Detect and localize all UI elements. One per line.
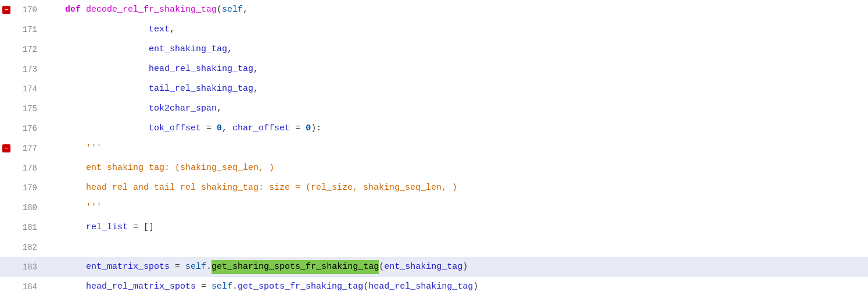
token-indent — [44, 83, 149, 96]
token-plain: . — [206, 261, 211, 274]
line-number: 175 — [23, 104, 37, 113]
line-number: 170 — [23, 5, 37, 15]
line-number: 176 — [23, 124, 37, 133]
code-content: ent_shaking_tag, — [42, 40, 868, 59]
token-number: 0 — [217, 122, 222, 136]
token-param: text — [149, 23, 170, 37]
token-comma: , — [253, 83, 259, 96]
token-plain: , — [222, 122, 232, 136]
code-line: 176 tok_offset = 0, char_offset = 0): — [0, 119, 868, 138]
line-number: 171 — [23, 25, 37, 34]
token-comma: , — [227, 43, 232, 56]
line-number: 178 — [23, 164, 37, 173]
token-paren: ): — [311, 122, 321, 136]
code-line: 185 tail_rel_matrix_spots = self.get_spo… — [0, 297, 868, 302]
token-paren: ( — [379, 261, 384, 274]
code-line: −170 def decode_rel_fr_shaking_tag(self, — [0, 0, 868, 20]
code-line: 174 tail_rel_shaking_tag, — [0, 79, 868, 99]
code-line: 181 rel_list = [] — [0, 218, 868, 237]
token-comma: , — [217, 102, 222, 116]
token-string: ''' — [86, 201, 102, 215]
token-indent — [44, 182, 86, 195]
breakpoint-icon[interactable]: − — [2, 144, 10, 152]
token-indent — [44, 142, 86, 155]
token-fn-name: decode_rel_fr_shaking_tag — [86, 3, 217, 17]
line-number-area: 183 — [0, 257, 42, 277]
code-content: tail_rel_shaking_tag, — [42, 79, 868, 99]
line-number: 181 — [23, 223, 37, 232]
line-number-area: 176 — [0, 119, 42, 138]
token-param: ent_shaking_tag — [149, 43, 227, 56]
code-line: 175 tok2char_span, — [0, 99, 868, 119]
token-indent — [44, 201, 86, 215]
line-number: 177 — [23, 144, 37, 153]
token-indent — [44, 162, 86, 175]
token-indent — [44, 221, 86, 235]
token-param: ent_shaking_tag — [384, 261, 462, 274]
line-number-area: 182 — [0, 237, 42, 257]
line-number-area: 173 — [0, 59, 42, 79]
code-content — [42, 237, 868, 257]
token-indent — [44, 261, 86, 274]
line-number: 184 — [23, 282, 37, 292]
code-content: ''' — [42, 138, 868, 158]
code-content: head_rel_shaking_tag, — [42, 59, 868, 79]
token-plain: = — [201, 122, 217, 136]
line-number-area: −177 — [0, 138, 42, 158]
token-param: head_rel_matrix_spots — [86, 280, 196, 294]
token-kw-def: def — [65, 3, 86, 17]
token-param: char_offset — [232, 122, 290, 136]
line-number-area: 172 — [0, 40, 42, 59]
line-number: 174 — [23, 84, 37, 94]
token-plain: = — [128, 221, 144, 235]
token-comma: , — [253, 63, 259, 76]
code-content: head_rel_matrix_spots = self.get_spots_f… — [42, 277, 868, 297]
code-line: 183 ent_matrix_spots = self.get_sharing_… — [0, 257, 868, 277]
code-content: rel_list = [] — [42, 218, 868, 237]
token-method-name: get_spots_fr_shaking_tag — [238, 280, 363, 294]
line-number: 182 — [23, 243, 37, 252]
code-content: tail_rel_matrix_spots = self.get_spots_f… — [42, 297, 868, 302]
token-plain: = — [290, 122, 306, 136]
line-number: 180 — [23, 203, 37, 212]
token-comma: , — [243, 3, 248, 17]
code-line: 172 ent_shaking_tag, — [0, 40, 868, 59]
token-bracket: [] — [144, 221, 154, 235]
token-param: tail_rel_shaking_tag — [149, 83, 253, 96]
token-plain: . — [232, 280, 238, 294]
code-line: 171 text, — [0, 20, 868, 40]
code-editor: −170 def decode_rel_fr_shaking_tag(self,… — [0, 0, 868, 302]
code-line: 173 head_rel_shaking_tag, — [0, 59, 868, 79]
token-paren: ( — [217, 3, 222, 17]
code-content: text, — [42, 20, 868, 40]
token-param: ent_matrix_spots — [86, 261, 170, 274]
code-content: def decode_rel_fr_shaking_tag(self, — [42, 0, 868, 20]
line-number-area: 185 — [0, 297, 42, 302]
token-indent — [44, 43, 149, 56]
highlighted-method: get_sharing_spots_fr_shaking_tag — [211, 260, 379, 275]
line-number-area: 180 — [0, 198, 42, 218]
line-number-area: 178 — [0, 158, 42, 178]
token-number: 0 — [306, 122, 311, 136]
token-param: head_rel_shaking_tag — [368, 280, 473, 294]
code-content: head rel and tail rel shaking_tag: size … — [42, 178, 868, 198]
code-line: 178 ent shaking tag: (shaking_seq_len, ) — [0, 158, 868, 178]
code-line: 182 — [0, 237, 868, 257]
token-param: head_rel_shaking_tag — [149, 63, 253, 76]
line-number-area: 171 — [0, 20, 42, 40]
code-content: tok_offset = 0, char_offset = 0): — [42, 119, 868, 138]
token-paren: ( — [363, 280, 368, 294]
breakpoint-icon[interactable]: − — [2, 6, 10, 14]
token-indent — [44, 122, 149, 136]
token-plain: = — [196, 280, 211, 294]
line-number-area: 184 — [0, 277, 42, 297]
line-number: 183 — [23, 262, 37, 272]
code-content: ent_matrix_spots = self.get_sharing_spot… — [42, 257, 868, 277]
token-indent — [44, 63, 149, 76]
token-indent — [44, 3, 65, 17]
line-number: 172 — [23, 45, 37, 54]
code-content: ent shaking tag: (shaking_seq_len, ) — [42, 158, 868, 178]
line-number-area: −170 — [0, 0, 42, 20]
token-string: ent shaking tag: (shaking_seq_len, ) — [86, 162, 274, 175]
token-kw-self: self — [211, 280, 232, 294]
